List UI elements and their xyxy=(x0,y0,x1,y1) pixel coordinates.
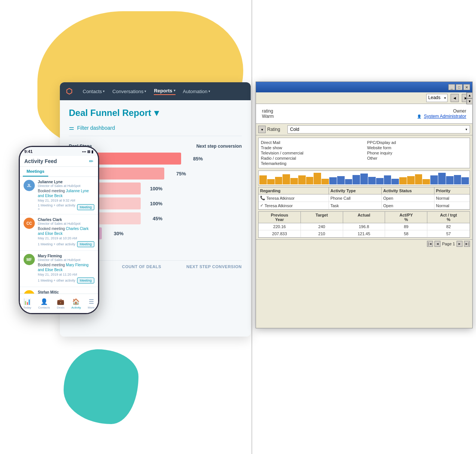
nav-label-contacts: Contacts xyxy=(38,306,50,309)
crm-rating-row: ▾ Rating Cold ▾ xyxy=(256,123,472,135)
rating-dropdown[interactable]: Cold ▾ xyxy=(287,125,470,134)
hubspot-logo: ⬡ xyxy=(66,87,72,96)
activities-table: Regarding Activity Type Activity Status … xyxy=(258,187,470,210)
signal-icon: ▪▪▪ xyxy=(82,150,86,154)
chart-bar xyxy=(430,175,438,184)
chart-bar xyxy=(353,175,360,185)
td-status-1: Open xyxy=(382,194,434,202)
td-regarding-1: 📞 Teresa Atkinsor xyxy=(259,194,329,202)
source-direct-mail: Direct Mail xyxy=(261,140,361,145)
avatar: CC xyxy=(24,218,35,229)
fin-td-actual-1: 196.8 xyxy=(343,223,385,230)
nav-automation[interactable]: Automation ▾ xyxy=(183,89,211,94)
nav-contacts[interactable]: 👤 Contacts xyxy=(38,298,50,309)
today-icon: 📊 xyxy=(24,298,31,305)
activity-link[interactable]: 1 Meeting + other activity xyxy=(38,242,75,246)
source-phone-inquiry: Phone inquiry xyxy=(367,151,467,155)
activity-description: Booked meeting Charles Clark and Elise B… xyxy=(38,226,94,236)
crm-header-fields: rating Warm Owner 👤 System Administrator xyxy=(259,106,469,121)
fin-th-act-py: Act/PY% xyxy=(385,212,427,223)
reports-arrow: ▾ xyxy=(174,89,176,92)
bar-conversion-4: 100% xyxy=(144,201,162,206)
contact-name: Julianne Lyne xyxy=(38,180,94,184)
pagination-last[interactable]: ►| xyxy=(464,241,470,247)
source-trade-show: Trade show xyxy=(261,145,361,150)
crm-mini-chart xyxy=(258,171,470,185)
chart-bar xyxy=(314,173,321,184)
battery-icon: ▮ xyxy=(91,150,94,154)
edit-icon[interactable]: ✏ xyxy=(89,158,94,164)
contact-subtitle: Director of Sales at HubSpot xyxy=(38,222,94,226)
rating-dropdown-arrow: ▾ xyxy=(466,128,467,131)
activity-type-icon-2: ✓ xyxy=(260,203,263,208)
th-regarding: Regarding xyxy=(259,187,329,194)
fin-td-act-trgt-1: 82 xyxy=(427,223,470,230)
crm-fields-section: rating Warm Owner 👤 System Administrator xyxy=(256,104,472,123)
fin-th-target: Target xyxy=(301,212,343,223)
phone-bottom-nav: 📊 Today 👤 Contacts 💼 Deals 🏠 Activity ☰ … xyxy=(20,294,98,313)
avatar: MF xyxy=(24,254,35,265)
chart-bar xyxy=(345,179,353,184)
nav-more[interactable]: ☰ More xyxy=(88,298,95,309)
bar-conversion-3: 100% xyxy=(144,186,162,191)
table-row: 📞 Teresa Atkinsor Phone Call Open Normal xyxy=(259,194,470,202)
activity-link[interactable]: 1 Meeting + other activity > xyxy=(38,203,77,211)
maximize-button[interactable]: □ xyxy=(456,84,463,90)
bar-conversion-6: 30% xyxy=(105,231,123,236)
fin-td-prev-2: 207.833 xyxy=(259,230,301,237)
crm-entity-dropdown[interactable]: Leads ▾ xyxy=(426,94,448,102)
crm-prev-button[interactable]: ◄ xyxy=(451,94,459,102)
td-type-2: Task xyxy=(329,202,382,209)
source-radio: Radio / commercial xyxy=(261,156,361,160)
filter-bar[interactable]: ⚌ Filter dashboard xyxy=(69,124,242,136)
page-title: Deal Funnel Report ▾ xyxy=(69,108,242,118)
activity-content: Mary Fleming Director of Sales at HubSpo… xyxy=(38,254,94,283)
phone-time: 9:41 xyxy=(24,149,33,154)
activity-footer: 1 Meeting + other activity > Meeting xyxy=(38,203,94,211)
owner-link[interactable]: System Administrator xyxy=(424,114,466,119)
nav-label-deals: Deals xyxy=(57,306,64,309)
chart-bar xyxy=(446,176,454,184)
minimize-button[interactable]: _ xyxy=(448,84,455,90)
nav-contacts[interactable]: Contacts ▾ xyxy=(83,89,105,94)
fin-td-target-1: 240 xyxy=(301,223,343,230)
marketing-sources-panel: Direct Mail PPC/Display ad Trade show We… xyxy=(258,138,470,168)
pagination-label: Page 1 xyxy=(442,242,455,246)
pagination-next[interactable]: ► xyxy=(457,241,463,247)
contact-name: Mary Fleming xyxy=(38,254,94,258)
chart-bar xyxy=(321,179,329,184)
pagination-first[interactable]: |◄ xyxy=(427,241,433,247)
nav-deals[interactable]: 💼 Deals xyxy=(57,298,64,309)
td-priority-1: Normal xyxy=(434,194,470,202)
td-regarding-2: ✓ Teresa Atkinsor xyxy=(259,202,329,209)
activities-table-header: Regarding Activity Type Activity Status … xyxy=(259,187,470,194)
chart-bar xyxy=(298,175,306,184)
nav-reports[interactable]: Reports ▾ xyxy=(154,88,175,95)
nav-label-more: More xyxy=(88,306,95,309)
financials-row-1: 220.16 240 196.8 89 82 xyxy=(259,223,470,230)
list-item: MF Mary Fleming Director of Sales at Hub… xyxy=(20,251,98,286)
more-icon: ☰ xyxy=(89,298,94,305)
scroll-down-button[interactable]: ▼ xyxy=(467,98,473,104)
chart-bar xyxy=(438,173,446,184)
contacts-arrow: ▾ xyxy=(103,89,105,93)
contacts-icon: 👤 xyxy=(40,298,48,305)
fin-td-act-py-1: 89 xyxy=(385,223,427,230)
source-telemarketing: Telemarketing xyxy=(261,161,361,166)
activity-footer: 1 Meeting + other activity Meeting xyxy=(38,241,94,247)
activity-link[interactable]: 1 Meeting + other activity xyxy=(38,279,75,282)
pagination-prev[interactable]: ◄ xyxy=(434,241,440,247)
avatar: JL xyxy=(24,180,35,191)
meeting-badge: Meeting xyxy=(77,241,94,247)
close-button[interactable]: ✕ xyxy=(463,84,470,90)
nav-today[interactable]: 📊 Today xyxy=(23,298,31,309)
list-item: CC Charles Clark Director of Sales at Hu… xyxy=(20,215,98,250)
tab-meetings[interactable]: Meetings xyxy=(23,167,48,177)
nav-activity[interactable]: 🏠 Activity xyxy=(71,298,81,309)
scroll-up-button[interactable]: ▲ xyxy=(467,92,473,98)
rating-select-arrow[interactable]: ▾ xyxy=(258,126,266,133)
chart-bar xyxy=(360,174,368,184)
nav-conversations[interactable]: Conversations ▾ xyxy=(112,89,146,94)
title-dropdown-icon[interactable]: ▾ xyxy=(154,108,159,118)
activity-date: May 21, 2019 at 9:32 AM xyxy=(38,199,94,202)
